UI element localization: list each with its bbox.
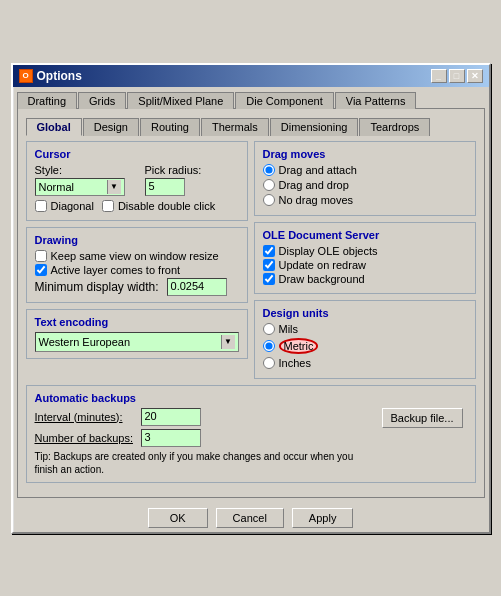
window-icon: O xyxy=(19,69,33,83)
update-redraw-checkbox[interactable] xyxy=(263,259,275,271)
title-buttons: _ □ ✕ xyxy=(431,69,483,83)
interval-row: Interval (minutes): 20 xyxy=(35,408,374,426)
backup-btn-container: Backup file... xyxy=(382,408,467,428)
no-drag-radio[interactable] xyxy=(263,194,275,206)
tab-design[interactable]: Design xyxy=(83,118,139,136)
minimize-button[interactable]: _ xyxy=(431,69,447,83)
no-drag-label: No drag moves xyxy=(279,194,354,206)
ole-section: OLE Document Server Display OLE objects … xyxy=(254,222,476,294)
metric-label: Metric xyxy=(279,338,319,354)
no-drag-row: No drag moves xyxy=(263,194,467,206)
min-display-input[interactable]: 0.0254 xyxy=(167,278,227,296)
tab-dimensioning[interactable]: Dimensioning xyxy=(270,118,359,136)
design-units-section: Design units Mils Metric Inches xyxy=(254,300,476,379)
update-redraw-row: Update on redraw xyxy=(263,259,467,271)
tab-via-patterns[interactable]: Via Patterns xyxy=(335,92,417,109)
close-button[interactable]: ✕ xyxy=(467,69,483,83)
tab-die-component[interactable]: Die Component xyxy=(235,92,333,109)
min-display-label: Minimum display width: xyxy=(35,280,159,294)
tab-thermals[interactable]: Thermals xyxy=(201,118,269,136)
keep-view-row: Keep same view on window resize xyxy=(35,250,239,262)
num-backups-label: Number of backups: xyxy=(35,432,135,444)
backups-section: Automatic backups Interval (minutes): 20… xyxy=(26,385,476,483)
draw-bg-checkbox[interactable] xyxy=(263,273,275,285)
num-backups-input[interactable]: 3 xyxy=(141,429,201,447)
display-ole-row: Display OLE objects xyxy=(263,245,467,257)
drag-attach-row: Drag and attach xyxy=(263,164,467,176)
text-encoding-value: Western European xyxy=(39,336,131,348)
style-label: Style: xyxy=(35,164,125,176)
drag-drop-label: Drag and drop xyxy=(279,179,349,191)
pick-radius-input[interactable]: 5 xyxy=(145,178,185,196)
mils-radio[interactable] xyxy=(263,323,275,335)
tab-global[interactable]: Global xyxy=(26,118,82,136)
cursor-section: Cursor Style: Normal ▼ Pick radius: xyxy=(26,141,248,221)
draw-bg-label: Draw background xyxy=(279,273,365,285)
tab-panel: Global Design Routing Thermals Dimension… xyxy=(17,108,485,498)
tip-text: Tip: Backups are created only if you mak… xyxy=(35,450,374,476)
content-area: Drafting Grids Split/Mixed Plane Die Com… xyxy=(13,87,489,502)
display-ole-label: Display OLE objects xyxy=(279,245,378,257)
interval-label: Interval (minutes): xyxy=(35,411,135,423)
ole-label: OLE Document Server xyxy=(263,229,467,241)
design-units-label: Design units xyxy=(263,307,467,319)
min-display-row: Minimum display width: 0.0254 xyxy=(35,278,239,296)
metric-radio[interactable] xyxy=(263,340,275,352)
text-encoding-label: Text encoding xyxy=(35,316,239,328)
backups-content: Interval (minutes): 20 Number of backups… xyxy=(35,408,467,476)
style-dropdown[interactable]: Normal ▼ xyxy=(35,178,125,196)
backups-fields: Interval (minutes): 20 Number of backups… xyxy=(35,408,374,476)
window-title: Options xyxy=(37,69,82,83)
cancel-button[interactable]: Cancel xyxy=(216,508,284,528)
inches-radio[interactable] xyxy=(263,357,275,369)
keep-view-label: Keep same view on window resize xyxy=(51,250,219,262)
tab-split-mixed-plane[interactable]: Split/Mixed Plane xyxy=(127,92,234,109)
cursor-section-label: Cursor xyxy=(35,148,239,160)
tab-grids[interactable]: Grids xyxy=(78,92,126,109)
backup-file-button[interactable]: Backup file... xyxy=(382,408,463,428)
apply-button[interactable]: Apply xyxy=(292,508,354,528)
text-encoding-section: Text encoding Western European ▼ xyxy=(26,309,248,359)
tab-row-1: Drafting Grids Split/Mixed Plane Die Com… xyxy=(17,91,485,108)
inches-row: Inches xyxy=(263,357,467,369)
diagonal-label: Diagonal xyxy=(51,200,94,212)
num-backups-row: Number of backups: 3 xyxy=(35,429,374,447)
bottom-buttons: OK Cancel Apply xyxy=(13,502,489,532)
keep-view-checkbox[interactable] xyxy=(35,250,47,262)
active-layer-row: Active layer comes to front xyxy=(35,264,239,276)
active-layer-checkbox[interactable] xyxy=(35,264,47,276)
drag-drop-row: Drag and drop xyxy=(263,179,467,191)
tab-routing[interactable]: Routing xyxy=(140,118,200,136)
style-value: Normal xyxy=(39,181,74,193)
disable-dblclick-row: Disable double click xyxy=(102,200,215,212)
style-dropdown-arrow[interactable]: ▼ xyxy=(107,180,121,194)
right-column: Drag moves Drag and attach Drag and drop… xyxy=(254,141,476,385)
pick-radius-field: Pick radius: 5 xyxy=(145,164,202,196)
interval-input[interactable]: 20 xyxy=(141,408,201,426)
disable-dblclick-label: Disable double click xyxy=(118,200,215,212)
drag-attach-label: Drag and attach xyxy=(279,164,357,176)
ok-button[interactable]: OK xyxy=(148,508,208,528)
options-window: O Options _ □ ✕ Drafting Grids Split/Mix… xyxy=(11,63,491,534)
left-column: Cursor Style: Normal ▼ Pick radius: xyxy=(26,141,248,385)
title-bar: O Options _ □ ✕ xyxy=(13,65,489,87)
disable-dblclick-checkbox[interactable] xyxy=(102,200,114,212)
active-layer-label: Active layer comes to front xyxy=(51,264,181,276)
tab-drafting[interactable]: Drafting xyxy=(17,92,78,109)
draw-bg-row: Draw background xyxy=(263,273,467,285)
drag-drop-radio[interactable] xyxy=(263,179,275,191)
text-encoding-arrow[interactable]: ▼ xyxy=(221,335,235,349)
main-content: Cursor Style: Normal ▼ Pick radius: xyxy=(26,141,476,385)
maximize-button[interactable]: □ xyxy=(449,69,465,83)
diagonal-checkbox[interactable] xyxy=(35,200,47,212)
title-bar-text: O Options xyxy=(19,69,82,83)
display-ole-checkbox[interactable] xyxy=(263,245,275,257)
update-redraw-label: Update on redraw xyxy=(279,259,366,271)
drag-moves-section: Drag moves Drag and attach Drag and drop… xyxy=(254,141,476,216)
text-encoding-dropdown[interactable]: Western European ▼ xyxy=(35,332,239,352)
cursor-style-row: Style: Normal ▼ Pick radius: 5 xyxy=(35,164,239,196)
drag-moves-label: Drag moves xyxy=(263,148,467,160)
mils-label: Mils xyxy=(279,323,299,335)
tab-teardrops[interactable]: Teardrops xyxy=(359,118,430,136)
drag-attach-radio[interactable] xyxy=(263,164,275,176)
